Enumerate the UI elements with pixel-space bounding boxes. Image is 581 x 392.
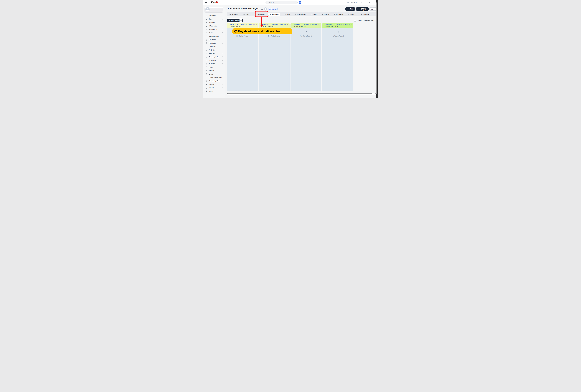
horizontal-scrollbar-thumb[interactable] bbox=[228, 93, 372, 94]
members-icon[interactable] bbox=[261, 8, 263, 10]
milestone-column-header[interactable]: Phase 2 – I...|27/08/2025 - 29/08/2025Lo… bbox=[259, 23, 290, 28]
sidebar-nav: DashboardSaaSAccountsHR recordsAccountin… bbox=[203, 14, 225, 93]
more-label: More bbox=[371, 8, 374, 10]
list-view-toggle-button[interactable] bbox=[240, 19, 242, 22]
sidebar-item-leads[interactable]: Leads bbox=[203, 72, 225, 76]
chevron-left-icon bbox=[222, 53, 223, 54]
sidebar-item-accounts[interactable]: Accounts bbox=[203, 21, 225, 24]
sidebar-item-warranty-letter[interactable]: Warranty Letter bbox=[203, 55, 225, 59]
sidebar-item-label: Expenses bbox=[209, 39, 216, 40]
sidebar-item-whatsbot[interactable]: WhatsBot bbox=[203, 41, 225, 45]
sidebar-item-reports[interactable]: Reports bbox=[203, 86, 225, 89]
sidebar-item-setup[interactable]: Setup bbox=[203, 89, 225, 93]
tab-purchase[interactable]: Purchase bbox=[360, 12, 372, 16]
chat-icon bbox=[295, 13, 296, 15]
sidebar-item-utilities[interactable]: Utilities bbox=[203, 83, 225, 86]
sidebar: DashboardSaaSAccountsHR recordsAccountin… bbox=[203, 5, 225, 98]
sidebar-item-support[interactable]: Support bbox=[203, 69, 225, 72]
sidebar-item-hr-records[interactable]: HR records bbox=[203, 24, 225, 28]
sidebar-item-hr-payroll[interactable]: Hr payroll bbox=[203, 59, 225, 62]
topbar-actions: Settings bbox=[346, 0, 374, 5]
loading-spinner-icon bbox=[336, 31, 339, 34]
tab-milestones[interactable]: Milestones bbox=[268, 12, 280, 16]
drag-handle-icon bbox=[260, 24, 261, 25]
new-task-button[interactable]: New Task bbox=[345, 7, 355, 10]
chart-bars-icon bbox=[206, 49, 207, 51]
invoice-project-label: Invoice Project bbox=[359, 7, 368, 11]
vertical-scrollbar[interactable] bbox=[376, 0, 378, 98]
sidebar-item-inventory[interactable]: Inventory bbox=[203, 62, 225, 65]
dollar-icon bbox=[206, 28, 207, 30]
sidebar-item-saas[interactable]: SaaS bbox=[203, 17, 225, 21]
project-switcher-chevron-down-icon[interactable] bbox=[258, 8, 259, 10]
app-logo[interactable]: Dev Bizcore bbox=[211, 0, 218, 3]
exclude-completed-checkbox[interactable]: ✔ bbox=[354, 20, 356, 21]
sidebar-item-subscriptions[interactable]: Subscriptions bbox=[203, 35, 225, 38]
scroll-right-arrow-icon[interactable] bbox=[375, 93, 376, 94]
approvals-check-icon[interactable] bbox=[364, 2, 366, 3]
sidebar-item-label: Leads bbox=[209, 73, 213, 75]
tab-overview[interactable]: Overview bbox=[228, 12, 239, 16]
menu-icon[interactable] bbox=[205, 1, 207, 4]
chevron-left-icon bbox=[222, 87, 223, 88]
search-input[interactable] bbox=[269, 2, 296, 3]
life-ring-icon bbox=[206, 70, 207, 71]
tab-tickets[interactable]: Tickets bbox=[320, 12, 330, 16]
milestone-column-body: No Tasks Found bbox=[259, 28, 290, 91]
tab-discussions[interactable]: Discussions bbox=[294, 12, 306, 16]
horizontal-scrollbar[interactable] bbox=[227, 93, 376, 95]
scroll-up-arrow-icon[interactable] bbox=[376, 0, 378, 1]
sidebar-item-knowledge-base[interactable]: Knowledge Base bbox=[203, 79, 225, 83]
tab-timesheets[interactable]: Timesheets bbox=[253, 12, 266, 16]
sidebar-item-label: WhatsBot bbox=[209, 42, 216, 44]
sidebar-item-quotation-request[interactable]: Quotation Request bbox=[203, 76, 225, 79]
empty-state-text: No Tasks Found bbox=[259, 35, 290, 37]
tab-files[interactable]: Files bbox=[283, 12, 291, 16]
tab-notes[interactable]: Notes bbox=[375, 12, 376, 16]
tab-label: Milestones bbox=[272, 13, 279, 15]
refresh-icon bbox=[206, 35, 207, 37]
tab-label: Gantt bbox=[313, 13, 316, 15]
profile-card[interactable] bbox=[204, 7, 223, 12]
chevron-down-icon bbox=[354, 14, 356, 15]
sidebar-item-tasks[interactable]: Tasks bbox=[203, 65, 225, 69]
tab-label: Overview bbox=[232, 13, 238, 15]
cart-icon bbox=[361, 13, 362, 15]
milestone-column-header[interactable]: Phase 3 – T...|30/08/2025 - 31/08/2025Lo… bbox=[290, 23, 322, 28]
chevron-down-icon bbox=[350, 24, 352, 25]
vertical-scrollbar-thumb[interactable] bbox=[376, 2, 378, 94]
scroll-left-arrow-icon[interactable] bbox=[227, 93, 228, 94]
target-icon bbox=[206, 73, 207, 75]
logo-text: Dev Bizcore bbox=[211, 0, 216, 3]
clock-icon[interactable] bbox=[368, 2, 370, 3]
bell-icon[interactable] bbox=[372, 2, 374, 3]
contact-card-icon[interactable] bbox=[346, 1, 349, 4]
sidebar-item-contracts[interactable]: Contracts bbox=[203, 45, 225, 48]
invoice-icon bbox=[357, 8, 358, 10]
logo-line2: Bizcore bbox=[211, 2, 216, 3]
plus-icon bbox=[229, 20, 230, 21]
contract-icon bbox=[206, 46, 207, 47]
disc-icon bbox=[206, 83, 207, 85]
quick-add-button[interactable] bbox=[299, 1, 302, 4]
tab-contracts[interactable]: Contracts bbox=[333, 12, 344, 16]
sidebar-item-projects[interactable]: Projects bbox=[203, 48, 225, 52]
milestone-column-header[interactable]: Phase 4 – ...|05/09/2025 - 05/09/2025Log… bbox=[322, 23, 353, 28]
tab-label: Sales bbox=[350, 13, 354, 15]
share-icon[interactable] bbox=[360, 2, 362, 3]
settings-button[interactable]: Settings bbox=[351, 2, 358, 3]
list-view-icon bbox=[240, 20, 242, 21]
sidebar-item-expenses[interactable]: Expenses bbox=[203, 38, 225, 41]
milestone-column-header[interactable]: Phase 1 – D...|26/08/2025 - 26/08/2025Lo… bbox=[227, 23, 258, 28]
sidebar-item-sales[interactable]: Sales bbox=[203, 31, 225, 35]
tab-tasks[interactable]: Tasks bbox=[242, 12, 250, 16]
invoice-project-button[interactable]: Invoice Project bbox=[356, 7, 369, 10]
sidebar-item-accounting[interactable]: Accounting bbox=[203, 28, 225, 31]
tab-gantt[interactable]: Gantt bbox=[310, 12, 318, 16]
sidebar-item-dashboard[interactable]: Dashboard bbox=[203, 14, 225, 17]
tab-sales[interactable]: Sales bbox=[347, 12, 357, 16]
assignee-avatar[interactable] bbox=[264, 7, 267, 10]
sidebar-item-purchase[interactable]: Purchase bbox=[203, 52, 225, 55]
chevron-down-icon bbox=[370, 14, 371, 15]
exclude-completed-toggle[interactable]: ✔ Exclude Completed Tasks bbox=[354, 20, 374, 21]
